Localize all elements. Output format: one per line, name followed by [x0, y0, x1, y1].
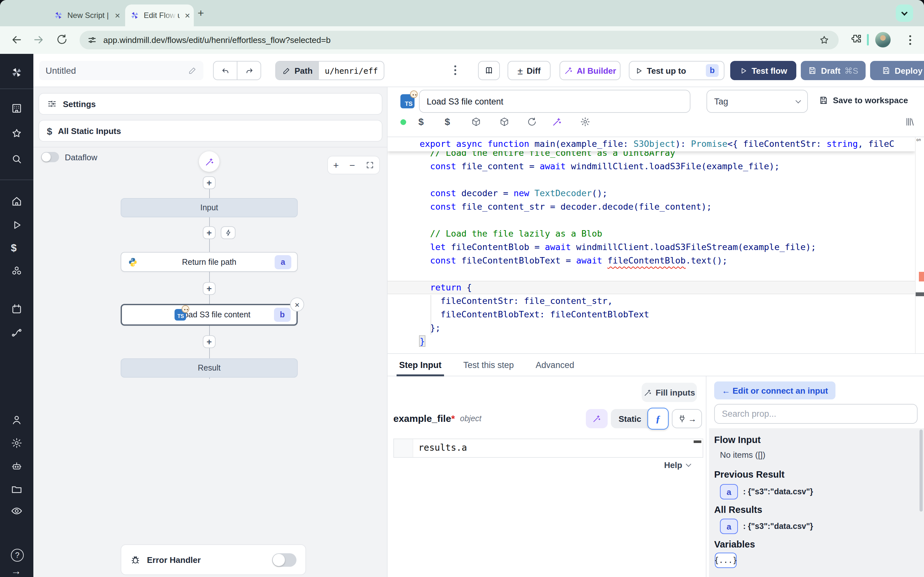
dataflow-toggle[interactable] [41, 152, 59, 162]
diff-button[interactable]: ± Diff [507, 61, 551, 80]
step-name-input[interactable] [419, 90, 690, 113]
input-node[interactable]: Input [121, 198, 298, 218]
bookmark-star-icon[interactable] [819, 35, 830, 45]
reload-icon[interactable] [56, 33, 68, 45]
trigger-bolt-button[interactable] [221, 226, 236, 239]
code-editor[interactable]: // Load the entire file_content as a Uin… [388, 137, 924, 353]
library-icon[interactable] [905, 117, 916, 127]
zoom-in-button[interactable]: + [333, 160, 339, 171]
editor-scrollbar[interactable] [694, 440, 701, 443]
undo-button[interactable] [213, 61, 237, 80]
variables-dollar-icon[interactable]: $ [445, 116, 456, 127]
expand-sidebar-icon[interactable]: → [11, 566, 23, 577]
code-line: } [420, 335, 915, 348]
edit-or-connect-button[interactable]: ← Edit or connect an input [714, 382, 836, 400]
add-step-button[interactable]: + [203, 176, 216, 189]
tag-select[interactable]: Tag [706, 90, 808, 113]
favorites-star-icon[interactable] [11, 127, 23, 139]
result-node[interactable]: Result [121, 358, 298, 378]
help-expander[interactable]: Help [664, 460, 690, 470]
omnibox[interactable]: app.windmill.dev/flows/edit/u/henri/effo… [79, 31, 838, 49]
variables-dollar-icon[interactable]: $ [11, 242, 23, 254]
windmill-logo-icon[interactable] [11, 67, 23, 78]
help-icon[interactable]: ? [11, 549, 24, 562]
site-settings-icon[interactable] [87, 35, 97, 45]
flow-name-input[interactable]: Untitled [39, 61, 204, 80]
folders-icon[interactable] [11, 484, 23, 495]
path-button[interactable]: Path u/henri/eff [275, 61, 384, 80]
docs-book-button[interactable] [478, 61, 500, 80]
browser-menu-icon[interactable] [909, 35, 911, 45]
test-flow-button[interactable]: Test flow [730, 61, 796, 80]
resources-cubes-icon[interactable] [11, 266, 23, 277]
fit-view-button[interactable] [365, 161, 374, 169]
javascript-expression-icon[interactable]: ƒ [648, 408, 669, 430]
add-step-button[interactable]: + [203, 282, 216, 295]
flow-settings-button[interactable]: Settings [39, 93, 383, 115]
home-icon[interactable] [11, 195, 23, 207]
browser-tab-active[interactable]: Edit Flow u/henri/effortless_fl × [125, 5, 194, 26]
all-results-row[interactable]: a : {"s3":"data.csv"} [720, 519, 813, 534]
avatar[interactable] [875, 32, 891, 47]
input-mode-toggle[interactable]: Static ƒ [611, 409, 667, 428]
ai-builder-button[interactable]: AI Builder [559, 61, 620, 80]
browser-tab-inactive[interactable]: New Script | Windmill × [54, 5, 124, 26]
minimap[interactable]: on [915, 137, 924, 353]
variables-badge[interactable]: {...} [715, 553, 737, 568]
add-step-button[interactable]: + [203, 335, 216, 348]
add-step-button[interactable]: + [203, 226, 216, 239]
zoom-out-button[interactable]: − [349, 160, 355, 171]
schedules-calendar-icon[interactable] [11, 303, 23, 315]
result-badge[interactable]: a [720, 519, 738, 534]
more-options-kebab-icon[interactable] [454, 65, 456, 75]
result-badge[interactable]: a [720, 484, 738, 500]
step-node-a[interactable]: Return file path a [121, 252, 298, 272]
extensions-icon[interactable] [851, 33, 863, 45]
runs-play-icon[interactable] [11, 219, 23, 231]
package-icon[interactable] [471, 117, 482, 127]
user-icon[interactable] [11, 414, 23, 426]
redo-button[interactable] [237, 61, 261, 80]
package-icon[interactable] [499, 117, 510, 127]
forward-icon[interactable] [32, 33, 45, 46]
fill-inputs-button[interactable]: Fill inputs [642, 383, 697, 402]
all-static-inputs-button[interactable]: $ All Static Inputs [39, 120, 383, 142]
back-icon[interactable] [10, 33, 23, 46]
save-to-workspace-button[interactable]: Save to workspace [819, 95, 908, 105]
audit-eye-icon[interactable] [11, 505, 23, 517]
panel-scrollbar[interactable] [919, 430, 923, 512]
tab-close-icon[interactable]: × [115, 10, 120, 21]
search-icon[interactable] [11, 153, 23, 165]
step-node-b-selected[interactable]: TS Load S3 file content b [121, 304, 298, 326]
editor-settings-gear-icon[interactable] [580, 117, 591, 127]
edit-pencil-icon[interactable] [188, 66, 197, 75]
workspace-icon[interactable] [11, 103, 23, 114]
draft-button[interactable]: Draft ⌘S [801, 61, 866, 80]
assets-dollar-icon[interactable]: $ [418, 116, 429, 127]
tab-step-input[interactable]: Step Input [399, 354, 441, 376]
settings-gear-icon[interactable] [11, 437, 23, 449]
variables-row[interactable]: {...} [715, 553, 737, 568]
ai-fill-field-button[interactable] [586, 409, 607, 428]
search-prop-input[interactable] [714, 404, 918, 424]
tab-close-icon[interactable]: × [185, 10, 190, 21]
previous-result-row[interactable]: a : {"s3":"data.csv"} [720, 484, 813, 500]
workers-robot-icon[interactable] [11, 460, 23, 472]
status-dot [401, 119, 406, 125]
deploy-button[interactable]: Deploy [870, 61, 924, 80]
routes-icon[interactable] [11, 327, 23, 338]
reset-icon[interactable] [527, 117, 538, 127]
expression-editor[interactable]: results.a [393, 438, 703, 458]
connect-input-button[interactable]: → [672, 409, 702, 428]
error-handler-toggle[interactable] [272, 553, 296, 566]
remove-step-button[interactable]: × [290, 298, 304, 311]
new-tab-button[interactable]: + [198, 7, 204, 20]
tab-test-this-step[interactable]: Test this step [463, 354, 514, 376]
ai-wand-icon[interactable] [552, 117, 563, 127]
test-up-to-button[interactable]: Test up to b [629, 61, 724, 80]
ai-flow-wand-button[interactable] [199, 151, 220, 172]
tab-search-button[interactable] [896, 5, 913, 22]
minimap-slider[interactable] [916, 292, 924, 296]
error-handler-row[interactable]: Error Handler [121, 544, 306, 575]
tab-advanced[interactable]: Advanced [536, 354, 574, 376]
